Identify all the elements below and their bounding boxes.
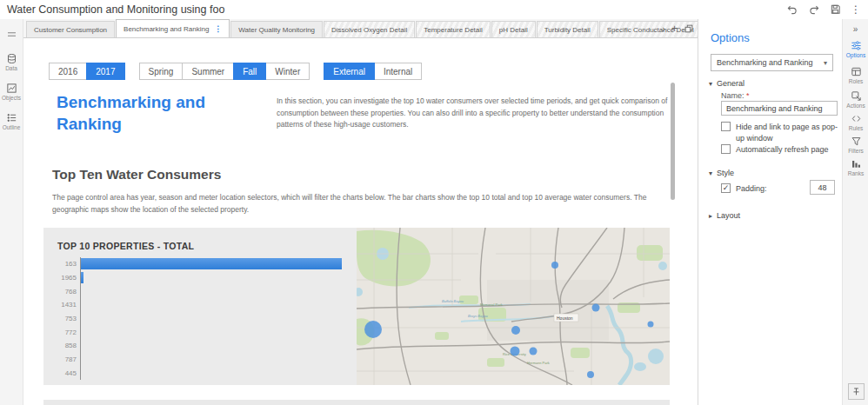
left-rail-item-data[interactable]: Data (0, 53, 23, 71)
section-description-text: The page control area has year, season a… (52, 191, 671, 216)
bar-row: 772 (57, 325, 342, 339)
kebab-menu-icon[interactable]: ⋮ (851, 4, 861, 15)
canvas-vertical-scrollbar[interactable] (671, 83, 675, 200)
rail-item-label: Objects (0, 95, 23, 101)
filter-button-winter[interactable]: Winter (265, 63, 310, 80)
rail-item-label: Ranks (843, 170, 868, 176)
triangle-right-icon: ▸ (709, 212, 712, 220)
titlebar-actions: ⋮ (785, 3, 861, 16)
tab-ph-detail[interactable]: pH Detail (491, 21, 536, 37)
section-style[interactable]: ▾ Style (709, 169, 734, 177)
map-bubble[interactable] (587, 371, 594, 378)
bar-track (80, 298, 342, 312)
tab-label: Water Quality Monitoring (238, 26, 315, 34)
map-bubble[interactable] (511, 347, 520, 356)
map-bubble[interactable] (530, 348, 537, 355)
filter-button-2017[interactable]: 2017 (86, 63, 124, 80)
rail-item-label: Filters (843, 148, 868, 154)
bar-track (80, 367, 342, 381)
rail-item-label: Options (843, 52, 868, 58)
left-panel-toggle-icon[interactable] (0, 26, 23, 42)
bar-track (80, 325, 342, 339)
map-bubble[interactable] (592, 304, 600, 312)
bar[interactable] (81, 258, 342, 269)
collapse-panel-icon[interactable]: » (843, 24, 868, 34)
checkbox-unchecked-icon (721, 144, 731, 154)
page-heading-text: Benchmarking and Ranking (57, 92, 261, 135)
section-general-label: General (717, 79, 744, 88)
left-rail-item-outline[interactable]: Outline (0, 112, 23, 130)
left-toolbar: DataObjectsOutline (0, 19, 23, 405)
tab-customer-consumption[interactable]: Customer Consumption (26, 21, 115, 37)
bar-category-label: 858 (57, 342, 80, 349)
filter-button-internal[interactable]: Internal (374, 63, 422, 80)
chevron-down-icon: ▾ (824, 59, 827, 67)
pin-icon (851, 384, 861, 400)
duplicate-page-icon[interactable] (684, 23, 694, 34)
bar-row: 163 (57, 257, 342, 271)
tab-temperature-detail[interactable]: Temperature Detail (416, 21, 491, 37)
bar[interactable] (81, 272, 83, 283)
bar-track (80, 271, 342, 285)
object-selector-value: Benchmarking and Ranking (717, 58, 813, 67)
tab-menu-icon[interactable]: ⋮ (214, 24, 222, 33)
right-rail-item-roles[interactable]: Roles (843, 66, 868, 84)
left-rail-item-objects[interactable]: Objects (0, 83, 23, 101)
tab-water-quality-monitoring[interactable]: Water Quality Monitoring (230, 21, 323, 37)
redo-icon[interactable] (807, 3, 820, 16)
triangle-down-icon: ▾ (709, 80, 712, 88)
bar-category-label: 787 (57, 355, 80, 363)
tab-dissolved-oxygen-detail[interactable]: Dissolved Oxygen Detail (324, 21, 415, 37)
bar-category-label: 1965 (57, 274, 80, 282)
page-name-input[interactable]: Benchmarking and Ranking (721, 101, 838, 116)
add-page-icon[interactable]: + (671, 23, 678, 34)
geo-bubble-map[interactable]: Houston Memorial Park Rice University He… (357, 228, 670, 385)
page-control-area: 20162017SpringSummerFallWinterExternalIn… (50, 63, 422, 80)
section-layout[interactable]: ▸ Layout (709, 211, 740, 220)
rail-item-label: Actions (843, 103, 868, 109)
hide-link-popup-checkbox[interactable]: Hide and link to page as pop-up window (721, 122, 838, 143)
top10-total-bar-chart[interactable]: TOP 10 PROPERTIES - TOTAL 16319657681431… (43, 228, 357, 385)
filter-button-summer[interactable]: Summer (182, 63, 234, 80)
map-bubble[interactable] (364, 321, 382, 338)
bar-track (80, 284, 342, 298)
map-bubble[interactable] (511, 326, 520, 335)
filter-button-external[interactable]: External (324, 63, 375, 80)
meter-location-button-group: ExternalInternal (324, 63, 422, 80)
right-rail-item-filters[interactable]: Filters (843, 136, 868, 154)
pin-panel-button[interactable] (848, 383, 865, 400)
scroll-tabs-right-icon[interactable]: › (662, 24, 665, 34)
filter-button-fall[interactable]: Fall (233, 63, 266, 80)
right-rail-item-options[interactable]: Options (843, 40, 868, 58)
object-selector-dropdown[interactable]: Benchmarking and Ranking ▾ (711, 54, 833, 71)
section-style-label: Style (717, 169, 734, 177)
map-bubble[interactable] (648, 322, 654, 328)
tab-turbidity-detail[interactable]: Turbidity Detail (537, 21, 598, 37)
bar-row: 858 (57, 339, 342, 353)
report-canvas: 20162017SpringSummerFallWinterExternalIn… (23, 38, 698, 405)
right-rail-item-actions[interactable]: Actions (843, 90, 868, 109)
page-intro-text: In this section, you can investigate the… (277, 96, 670, 131)
right-rail-item-ranks[interactable]: Ranks (843, 158, 868, 176)
checkbox-checked-icon: ✓ (721, 183, 731, 193)
bar-row: 768 (57, 284, 342, 298)
tab-benchmarking-and-ranking[interactable]: Benchmarking and Ranking⋮ (116, 19, 230, 37)
app-window: Water Consumption and Monitoring using f… (0, 0, 868, 405)
filter-button-2016[interactable]: 2016 (49, 63, 87, 80)
next-object-cutoff[interactable] (43, 400, 670, 405)
bar-row: 445 (57, 367, 342, 381)
tab-controls: › + (662, 23, 694, 34)
bar-row: 753 (57, 312, 342, 326)
triangle-down-icon: ▾ (709, 169, 712, 177)
save-icon[interactable] (829, 3, 842, 16)
right-rail-item-rules[interactable]: Rules (843, 113, 868, 131)
undo-icon[interactable] (785, 3, 798, 16)
rail-item-label: Roles (843, 78, 868, 84)
auto-refresh-checkbox[interactable]: Automatically refresh page (721, 144, 838, 156)
required-asterisk: * (746, 91, 750, 100)
padding-value-input[interactable]: 48 (810, 180, 835, 195)
section-general[interactable]: ▾ General (709, 79, 744, 88)
tab-label: Temperature Detail (424, 26, 483, 34)
filter-button-spring[interactable]: Spring (139, 63, 184, 80)
map-bubble[interactable] (551, 262, 558, 269)
